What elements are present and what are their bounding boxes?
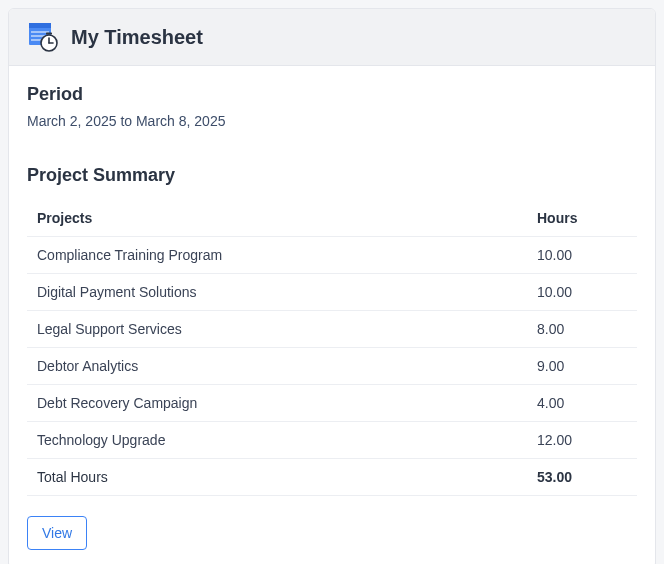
table-row: Debtor Analytics 9.00 [27, 348, 637, 385]
table-row: Technology Upgrade 12.00 [27, 422, 637, 459]
hours-cell: 10.00 [527, 274, 637, 311]
project-cell: Digital Payment Solutions [27, 274, 527, 311]
hours-cell: 4.00 [527, 385, 637, 422]
timesheet-clock-icon [27, 21, 59, 53]
hours-cell: 10.00 [527, 237, 637, 274]
view-button[interactable]: View [27, 516, 87, 550]
period-range: March 2, 2025 to March 8, 2025 [27, 113, 637, 129]
card-header: My Timesheet [9, 9, 655, 66]
card-title: My Timesheet [71, 25, 203, 49]
project-cell: Debtor Analytics [27, 348, 527, 385]
hours-cell: 8.00 [527, 311, 637, 348]
table-row: Digital Payment Solutions 10.00 [27, 274, 637, 311]
total-hours: 53.00 [527, 459, 637, 496]
summary-title: Project Summary [27, 165, 637, 186]
project-summary-table: Projects Hours Compliance Training Progr… [27, 200, 637, 496]
timesheet-card: My Timesheet Period March 2, 2025 to Mar… [8, 8, 656, 564]
col-hours: Hours [527, 200, 637, 237]
hours-cell: 12.00 [527, 422, 637, 459]
table-row: Compliance Training Program 10.00 [27, 237, 637, 274]
col-projects: Projects [27, 200, 527, 237]
total-label: Total Hours [27, 459, 527, 496]
table-row: Legal Support Services 8.00 [27, 311, 637, 348]
table-row: Debt Recovery Campaign 4.00 [27, 385, 637, 422]
svg-rect-6 [46, 33, 52, 35]
project-cell: Technology Upgrade [27, 422, 527, 459]
project-cell: Debt Recovery Campaign [27, 385, 527, 422]
card-body: Period March 2, 2025 to March 8, 2025 Pr… [9, 66, 655, 564]
actions-row: View [27, 516, 637, 550]
hours-cell: 9.00 [527, 348, 637, 385]
project-cell: Legal Support Services [27, 311, 527, 348]
total-row: Total Hours 53.00 [27, 459, 637, 496]
svg-rect-1 [29, 23, 51, 28]
period-label: Period [27, 84, 637, 105]
project-cell: Compliance Training Program [27, 237, 527, 274]
